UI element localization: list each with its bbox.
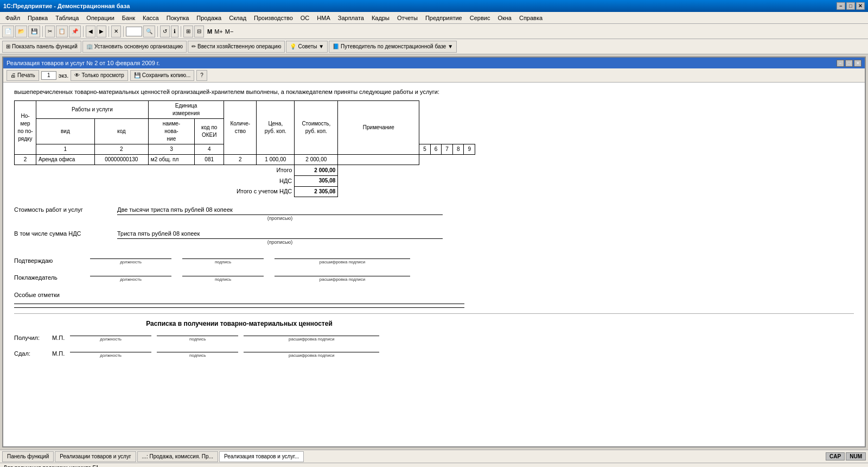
show-panel-label: Показать панель функций bbox=[12, 43, 78, 49]
print-button[interactable]: 🖨 Печать bbox=[7, 70, 39, 81]
confirm-position-sub: должность bbox=[90, 259, 171, 265]
confirm-label: Подтверждаю bbox=[14, 257, 79, 265]
sep2 bbox=[83, 26, 84, 37]
col-n4: 4 bbox=[195, 144, 224, 155]
app-title: 1С:Предприятие - Демонстрационная база bbox=[3, 3, 130, 9]
special-line-1 bbox=[14, 304, 464, 304]
tab-sales-list[interactable]: Реализации товаров и услуг bbox=[55, 451, 136, 462]
view-only-label: Только просмотр bbox=[81, 72, 124, 78]
info-button[interactable]: ℹ bbox=[171, 26, 178, 37]
col-n2: 2 bbox=[94, 144, 148, 155]
summary-nds-row: НДС 305,08 bbox=[15, 176, 475, 186]
col-price-header: Цена,руб. коп. bbox=[257, 101, 295, 155]
col-work-code-header: код bbox=[94, 119, 148, 144]
menu-service[interactable]: Сервис bbox=[467, 14, 494, 22]
doc-close-button[interactable]: ✕ bbox=[854, 60, 861, 67]
mplus-label: M+ bbox=[214, 28, 223, 35]
new-doc-button[interactable]: 📄 bbox=[2, 26, 14, 37]
m-label: M bbox=[207, 28, 212, 35]
doc-maximize-button[interactable]: □ bbox=[845, 60, 853, 67]
col-note-header: Примечание bbox=[338, 101, 419, 155]
confirm-position-block: должность bbox=[90, 258, 171, 265]
tab-panel[interactable]: Панель функций bbox=[2, 451, 54, 462]
menu-enterprise[interactable]: Предприятие bbox=[422, 14, 465, 22]
menu-file[interactable]: Файл bbox=[2, 14, 23, 22]
menu-help[interactable]: Справка bbox=[516, 14, 546, 22]
guide-button[interactable]: 📘 Путеводитель по демонстрационной базе … bbox=[329, 41, 457, 53]
maximize-button[interactable]: □ bbox=[846, 2, 855, 10]
op-icon: ✏ bbox=[192, 43, 196, 49]
grid1-button[interactable]: ⊞ bbox=[183, 26, 193, 37]
menu-windows[interactable]: Окна bbox=[494, 14, 515, 22]
menu-bar: Файл Правка Таблица Операции Банк Касса … bbox=[0, 12, 868, 24]
tab-sales-doc[interactable]: Реализация товаров и услуг... bbox=[219, 451, 304, 462]
guide-label: Путеводитель по демонстрационной базе ▼ bbox=[341, 43, 453, 49]
menu-hr[interactable]: Кадры bbox=[368, 14, 393, 22]
cost-subtext: (прописью) bbox=[117, 215, 443, 222]
bailee-decode-sub: расшифровка подписи bbox=[275, 276, 410, 282]
enter-operation-button[interactable]: ✏ Ввести хозяйственную операцию bbox=[188, 41, 285, 53]
tab-sales-commission[interactable]: ...: Продажа, комиссия. Пр... bbox=[137, 451, 218, 462]
menu-edit[interactable]: Правка bbox=[24, 14, 51, 22]
doc-title-bar: Реализация товаров и услуг № 2 от 10 фев… bbox=[3, 58, 865, 68]
given-sig-sub: подпись bbox=[157, 352, 238, 358]
nds-label: НДС bbox=[15, 176, 295, 186]
print-copies-input[interactable] bbox=[41, 71, 56, 80]
menu-production[interactable]: Производство bbox=[251, 14, 296, 22]
org-icon: 🏢 bbox=[86, 43, 93, 49]
set-org-button[interactable]: 🏢 Установить основную организацию bbox=[82, 41, 187, 53]
save-copy-button[interactable]: 💾 Сохранить копию... bbox=[130, 70, 194, 81]
menu-reports[interactable]: Отчеты bbox=[394, 14, 421, 22]
view-icon: 👁 bbox=[74, 72, 80, 78]
search-input[interactable] bbox=[126, 27, 142, 36]
col-work-type-header: вид bbox=[36, 119, 95, 144]
confirm-decode-block: расшифровка подписи bbox=[275, 258, 410, 265]
menu-os[interactable]: ОС bbox=[297, 14, 313, 22]
minimize-button[interactable]: − bbox=[837, 2, 845, 10]
menu-sales[interactable]: Продажа bbox=[193, 14, 225, 22]
tab-sales-doc-label: Реализация товаров и услуг... bbox=[224, 453, 299, 459]
special-notes-section: Особые отметки bbox=[14, 291, 854, 308]
doc-toolbar: 🖨 Печать экз. 👁 Только просмотр 💾 Сохран… bbox=[3, 68, 865, 83]
copy-button[interactable]: 📋 bbox=[56, 26, 68, 37]
back-button[interactable]: ◀ bbox=[86, 26, 95, 37]
bailee-position-sub: должность bbox=[90, 276, 171, 282]
received-mp: М.П. bbox=[52, 334, 65, 342]
show-panel-button[interactable]: ⊞ Показать панель функций bbox=[2, 41, 81, 53]
grid2-button[interactable]: ⊟ bbox=[194, 26, 204, 37]
row-unit-name: м2 общ. пл bbox=[148, 155, 194, 165]
cost-value-area: Две тысячи триста пять рублей 08 копеек … bbox=[117, 206, 854, 222]
bailee-label: Поклажедатель bbox=[14, 274, 79, 282]
view-only-button[interactable]: 👁 Только просмотр bbox=[71, 70, 127, 81]
close-button[interactable]: ✕ bbox=[856, 2, 865, 10]
refresh-button[interactable]: ↺ bbox=[160, 26, 170, 37]
menu-cash[interactable]: Касса bbox=[139, 14, 162, 22]
tab-sales-commission-label: ...: Продажа, комиссия. Пр... bbox=[142, 453, 213, 459]
doc-minimize-button[interactable]: − bbox=[837, 60, 844, 67]
open-button[interactable]: 📂 bbox=[15, 26, 27, 37]
header-row-1: Но-мерпо по-рядку Работы и услуги Единиц… bbox=[15, 101, 475, 119]
tab-panel-label: Панель функций bbox=[7, 453, 49, 459]
menu-salary[interactable]: Зарплата bbox=[335, 14, 367, 22]
cut-button[interactable]: ✂ bbox=[45, 26, 55, 37]
save-copy-label: Сохранить копию... bbox=[142, 72, 190, 78]
forward-button[interactable]: ▶ bbox=[97, 26, 106, 37]
empty-note-3 bbox=[338, 186, 419, 197]
cancel-button[interactable]: ✕ bbox=[111, 26, 121, 37]
search-button[interactable]: 🔍 bbox=[143, 26, 155, 37]
tips-button[interactable]: 💡 Советы ▼ bbox=[286, 41, 328, 53]
sep3 bbox=[108, 26, 109, 37]
save-button[interactable]: 💾 bbox=[28, 26, 40, 37]
nds-value: Триста пять рублей 08 копеек bbox=[117, 230, 443, 239]
menu-operations[interactable]: Операции bbox=[83, 14, 117, 22]
menu-bank[interactable]: Банк bbox=[119, 14, 138, 22]
help-button[interactable]: ? bbox=[196, 70, 207, 81]
second-toolbar: ⊞ Показать панель функций 🏢 Установить о… bbox=[0, 39, 868, 54]
menu-nma[interactable]: НМА bbox=[314, 14, 333, 22]
paste-button[interactable]: 📌 bbox=[69, 26, 81, 37]
tips-label: Советы ▼ bbox=[298, 43, 324, 49]
menu-purchase[interactable]: Покупка bbox=[163, 14, 193, 22]
menu-warehouse[interactable]: Склад bbox=[226, 14, 250, 22]
empty-note-2 bbox=[338, 176, 419, 186]
menu-table[interactable]: Таблица bbox=[52, 14, 82, 22]
